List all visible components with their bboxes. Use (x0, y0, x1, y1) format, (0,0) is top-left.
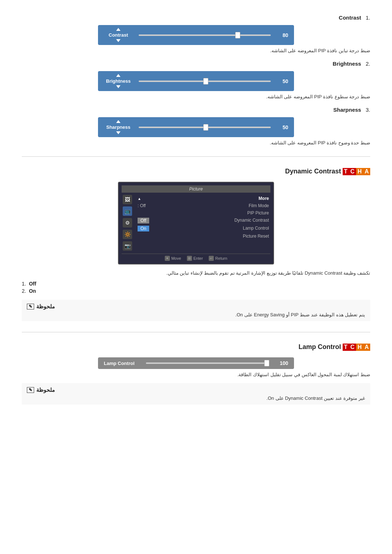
brightness-section: Brightness 2. Brightness 50 ضبط درجة سطو… (22, 61, 370, 99)
sharpness-track[interactable] (139, 127, 271, 128)
contrast-section: Contrast 1. Contrast 80 ضبط درجة تباين ن… (22, 15, 370, 53)
osd-icon-5: 📷 (123, 241, 132, 251)
osd-title-text: Picture (189, 186, 203, 192)
lamp-tcha-c: C (349, 344, 356, 351)
dc-options-list: Off .1 On .2 (22, 281, 370, 294)
tcha-c: C (349, 168, 356, 175)
pr-label: Picture Reset (243, 234, 269, 239)
dc-note-pencil-icon: ✎ (27, 304, 34, 309)
lamp-tcha-a: A (363, 344, 370, 351)
brightness-heading: Brightness 2. (22, 61, 370, 67)
sharpness-number: 3. (366, 107, 370, 113)
lamp-control-section: Lamp Control TCHA Lamp Control 100 ضبط ا… (22, 343, 370, 405)
sharpness-description: ضبط حدة وضوح نافذة PIP المعروضه على الشا… (22, 140, 370, 145)
lamp-thumb[interactable] (264, 360, 269, 366)
sharpness-section: Sharpness 3. Sharpness 50 ضبط حدة وضوح ن… (22, 107, 370, 145)
dynamic-contrast-description: تكشف وظيفة Dynamic Contrast تلقائيًا طري… (22, 270, 370, 276)
sharpness-slider-label: Sharpness (104, 120, 133, 134)
sharpness-arrow-down-icon (116, 131, 121, 134)
osd-body: 🖼 📺 ⚙ 🔆 📷 ▲ More : Off Film Mode (122, 195, 270, 251)
contrast-thumb[interactable] (235, 32, 240, 38)
lamp-control-title-text: Lamp Control (299, 343, 341, 351)
lamp-note-box: ملحوظة ✎ غير متوفرة عند تعيين Dynamic Co… (22, 383, 370, 405)
page-container: Contrast 1. Contrast 80 ضبط درجة تباين ن… (0, 0, 392, 425)
contrast-label: Contrast (339, 15, 361, 21)
divider-2 (22, 332, 370, 332)
osd-icon-1: 🖼 (123, 195, 132, 204)
filmmode-label: Film Mode (249, 203, 269, 208)
tcha-h: H (356, 168, 363, 175)
lamp-label: Lamp Control (243, 226, 269, 231)
sharpness-thumb[interactable] (203, 124, 208, 131)
lamp-tcha-h: H (356, 344, 363, 351)
contrast-arrow-up-icon (116, 28, 121, 31)
brightness-thumb[interactable] (203, 78, 208, 85)
brightness-slider-widget[interactable]: Brightness 50 (98, 71, 294, 91)
contrast-description: ضبط درجة تباين نافذة PIP المعروضه على ال… (22, 48, 370, 53)
dc-option-off-label: Off (29, 281, 36, 287)
dc-option-on: On .2 (22, 288, 370, 294)
enter-icon: ⊞ (187, 256, 192, 261)
brightness-number: 2. (366, 61, 370, 67)
osd-icon-4: 🔆 (123, 230, 132, 239)
lamp-tcha-badge: TCHA (343, 344, 370, 351)
contrast-track[interactable] (139, 34, 271, 36)
osd-menu-item-pip: PIP Picture (136, 209, 270, 217)
osd-menu-item-picture-reset: Picture Reset (136, 233, 270, 240)
dc-option-on-label: On (29, 288, 36, 294)
osd-icon-list: 🖼 📺 ⚙ 🔆 📷 (122, 195, 133, 251)
lamp-track[interactable] (146, 362, 269, 364)
lamp-note-title: ملحوظة ✎ (27, 387, 365, 393)
dynamic-contrast-section: Dynamic Contrast TCHA Picture 🖼 📺 ⚙ 🔆 📷 (22, 168, 370, 321)
osd-footer: ✦ Move ⊞ Enter ↩ Return (122, 254, 270, 261)
osd-menu-item-more: ▲ More (136, 195, 270, 202)
brightness-description: ضبط درجة سطوع نافذة PIP المعروضه على الش… (22, 94, 370, 99)
contrast-slider-widget[interactable]: Contrast 80 (98, 25, 294, 45)
lamp-note-pencil-icon: ✎ (27, 387, 34, 393)
lamp-slider-label: Lamp Control (104, 361, 140, 366)
sharpness-value: 50 (277, 124, 288, 130)
brightness-arrow-down-icon (116, 85, 121, 88)
return-icon: ↩ (209, 256, 214, 261)
footer-return-label: Return (215, 256, 227, 260)
footer-enter: ⊞ Enter (187, 256, 203, 261)
sharpness-slider-widget[interactable]: Sharpness 50 (98, 117, 294, 137)
more-label: More (258, 196, 269, 201)
dc-label: Dynamic Contrast (234, 218, 269, 223)
osd-icon-3: ⚙ (123, 218, 132, 227)
osd-icon-2-selected: 📺 (123, 206, 132, 216)
move-icon: ✦ (165, 256, 170, 261)
footer-move-label: Move (171, 256, 181, 260)
osd-menu-item-dynamic-contrast: Off Dynamic Contrast (136, 217, 270, 225)
brightness-track[interactable] (139, 81, 271, 82)
lamp-value: 100 (275, 360, 288, 366)
divider-1 (22, 156, 370, 157)
lamp-slider-widget[interactable]: Lamp Control 100 (98, 357, 294, 369)
lamp-tcha-t: T (343, 344, 349, 351)
brightness-slider-label: Brightness (104, 74, 133, 88)
brightness-arrow-up-icon (116, 74, 121, 77)
lamp-note-text: غير متوفرة عند تعيين Dynamic Contrast عل… (27, 395, 365, 401)
dc-option-off-number: .1 (22, 281, 26, 287)
footer-enter-label: Enter (193, 256, 203, 260)
sharpness-heading: Sharpness 3. (22, 107, 370, 113)
contrast-heading: Contrast 1. (22, 15, 370, 21)
dc-note-title-text: ملحوظة (36, 303, 55, 310)
dc-note-title: ملحوظة ✎ (27, 303, 365, 310)
dc-option-off: Off .1 (22, 281, 370, 287)
dc-note-text: يتم تعطيل هذه الوظيفة عند ضبط PIP أو Ene… (27, 312, 365, 317)
dynamic-contrast-title-text: Dynamic Contrast (285, 168, 341, 175)
dc-val: Off (138, 218, 149, 223)
contrast-value: 80 (277, 32, 288, 38)
tcha-badge: TCHA (343, 168, 370, 175)
brightness-value: 50 (277, 78, 288, 84)
lamp-control-title: Lamp Control TCHA (22, 343, 370, 351)
tcha-t: T (343, 168, 349, 175)
dc-note-box: ملحوظة ✎ يتم تعطيل هذه الوظيفة عند ضبط P… (22, 300, 370, 321)
more-arrow-icon: ▲ (138, 197, 141, 201)
dynamic-contrast-title: Dynamic Contrast TCHA (22, 168, 370, 175)
sharpness-label: Sharpness (333, 107, 361, 113)
tcha-a: A (363, 168, 370, 175)
filmmode-val: : Off (138, 203, 146, 208)
footer-move: ✦ Move (165, 256, 181, 261)
